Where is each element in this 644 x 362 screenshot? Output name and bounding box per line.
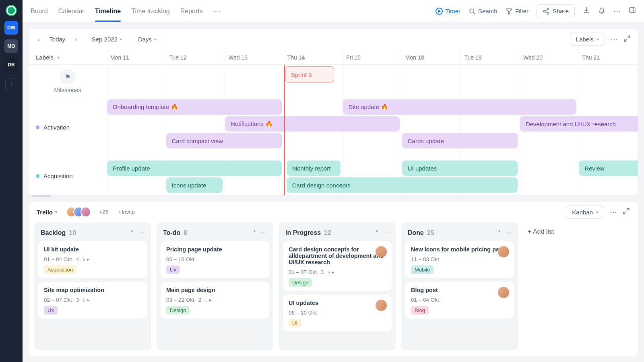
tag-acquisition: Acquisition [44,265,76,274]
subtask-icon: ♭ ▸ [328,269,334,275]
chevron-down-icon[interactable]: ▾ [131,229,133,237]
download-icon[interactable] [583,6,590,16]
column-count: 8 [184,229,187,237]
timeline-next-button[interactable]: › [73,34,78,45]
timeline-prev-button[interactable]: ‹ [36,34,41,45]
timeline-more-icon[interactable]: ⋯ [611,35,618,44]
timeline-sidebar: Labels▾ ⚑ Milestones Activation Acquisit… [29,50,107,195]
member-avatars[interactable] [66,207,91,217]
kanban-card[interactable]: Card design concepts for alldepartment o… [283,241,392,291]
kanban-column: Backlog 10 ▾⋯ UI kit update 01 – 04 Okt4… [34,222,151,350]
svg-line-6 [545,9,547,10]
chevron-down-icon[interactable]: ▾ [498,229,500,237]
kanban-columns: Backlog 10 ▾⋯ UI kit update 01 – 04 Okt4… [29,222,638,356]
board-title[interactable]: Trello▾ [37,209,57,216]
invite-button[interactable]: +Invite [118,209,135,215]
timeline-body: Labels▾ ⚑ Milestones Activation Acquisit… [29,50,638,195]
share-button[interactable]: Share [537,4,575,18]
kanban-card[interactable]: Site map optimization 02 – 07 Okt3♭ ▸ Ux [38,282,147,319]
tag-blog: Blog [411,306,429,315]
panel-toggle-icon[interactable] [629,6,636,16]
workspace-badge[interactable]: MO [4,39,18,53]
top-navigation: BoardCalendarTimelineTime trackingReport… [23,0,644,23]
chevron-down-icon[interactable]: ▾ [58,55,60,60]
add-list-button[interactable]: + Add list [524,222,558,350]
tab-board[interactable]: Board [31,1,48,21]
column-more-icon[interactable]: ⋯ [138,229,144,237]
timeline-bar[interactable]: Site update 🔥 [343,99,576,115]
kanban-card[interactable]: UI kit update 01 – 04 Okt4♭ ▸ Acquisitio… [38,241,147,278]
chevron-down-icon: ▾ [154,37,156,41]
chevron-down-icon[interactable]: ▾ [254,229,256,237]
timeline-grid[interactable]: Mon 11Tue 12Wed 13Thu 14Fri 15Mon 18Tue … [107,50,638,195]
timeline-bar[interactable]: Cards update [402,133,518,148]
card-dates: 01 – 04 Okt [44,256,72,262]
card-title: New Icons for mobile pricing page [411,246,508,253]
view-selector[interactable]: Kanban▾ [566,206,604,219]
tabs-overflow-icon[interactable]: ⋯ [213,7,221,16]
labels-dropdown[interactable]: Labels▾ [570,33,605,46]
kanban-card[interactable]: Main page design 03 – 22 Okt2♭ ▸ Design [161,282,269,319]
timeline-bar[interactable]: Profile update [107,160,282,176]
tab-timeline[interactable]: Timeline [95,1,121,21]
timeline-bar[interactable]: Onboarding template 🔥 [107,99,282,115]
column-more-icon[interactable]: ⋯ [383,229,389,237]
card-dates: 02 – 07 Okt [44,297,72,303]
timeline-bar[interactable]: Review [579,160,638,176]
tag-design: Design [289,278,312,287]
subtask-count: 3 [76,297,79,303]
column-more-icon[interactable]: ⋯ [260,229,267,237]
timer-button[interactable]: Timer [436,8,460,15]
search-button[interactable]: Search [469,8,497,15]
kanban-card[interactable]: UI updates 06 – 10 Okt UI [283,295,392,331]
timeline-toolbar: ‹ Today › Sep 2022▾ Days▾ Labels▾ ⋯ [29,29,638,50]
timeline-bar[interactable]: Card design concepts [287,177,518,193]
add-workspace-button[interactable]: + [5,78,17,90]
tab-reports[interactable]: Reports [180,1,203,21]
chevron-down-icon[interactable]: ▾ [376,229,378,237]
search-icon [469,8,476,15]
kanban-card[interactable]: Pricing page update 06 – 10 Okt Ux [161,241,269,278]
tab-calendar[interactable]: Calendar [58,1,85,21]
filter-button[interactable]: Filter [506,8,528,15]
month-selector[interactable]: Sep 2022▾ [92,36,122,43]
tab-time-tracking[interactable]: Time tracking [131,1,169,21]
timeline-bar[interactable]: Notifications 🔥 [225,116,400,132]
milestone-sprint[interactable]: Sprint 9 [285,66,334,82]
timeline-bar[interactable]: Card compact view [166,133,282,148]
kanban-toolbar: Trello▾ +28 +Invite Kanban▾ ⋯ [29,202,638,222]
timeline-bar[interactable]: Development and UI/UX research [520,116,638,132]
svg-line-12 [627,208,629,210]
scale-selector[interactable]: Days▾ [138,36,156,43]
card-dates: 11 – 03 Okt [411,256,439,262]
workspace-badge[interactable]: DB [4,58,18,72]
avatar [80,207,91,217]
card-title: Site map optimization [44,287,141,293]
expand-icon[interactable] [623,35,631,44]
notifications-icon[interactable] [598,6,605,16]
column-more-icon[interactable]: ⋯ [505,229,512,237]
timeline-bar[interactable]: Monthly report [287,160,341,176]
svg-line-13 [623,212,625,214]
timeline-bar[interactable]: Icons update [166,177,223,193]
card-dates: 03 – 22 Okt [166,297,194,303]
more-icon[interactable]: ⋯ [613,7,621,16]
kanban-panel: Trello▾ +28 +Invite Kanban▾ ⋯ Backlog 10… [28,201,638,356]
expand-icon[interactable] [623,208,630,216]
tag-mobile: Mobile [411,265,433,274]
kanban-card[interactable]: New Icons for mobile pricing page 11 – 0… [405,241,514,278]
labels-heading: Labels [36,54,54,61]
kanban-card[interactable]: Blog post 01 – 04 Okt Blog [405,282,514,319]
members-count[interactable]: +28 [99,209,109,215]
today-button[interactable]: Today [49,36,65,43]
svg-rect-8 [630,8,635,12]
app-logo[interactable] [6,5,17,16]
timeline-bar[interactable]: UI updates [402,160,518,176]
kanban-more-icon[interactable]: ⋯ [610,208,617,216]
column-title: In Progress [285,229,321,237]
subtask-icon: ♭ ▸ [83,297,90,303]
assignee-avatar [376,300,387,311]
chevron-down-icon: ▾ [120,37,122,41]
current-date-line [284,65,285,195]
workspace-badge[interactable]: DW [4,21,18,35]
